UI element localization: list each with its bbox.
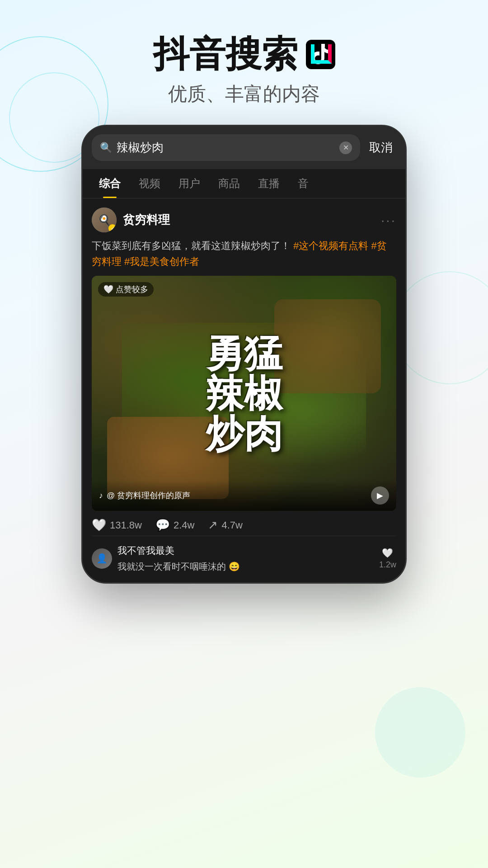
comments-stat[interactable]: 💬 2.4w <box>155 518 194 532</box>
more-options-icon[interactable]: ··· <box>381 212 396 228</box>
like-badge-text: 点赞较多 <box>116 284 148 295</box>
heart-icon: 🤍 <box>103 284 113 294</box>
cancel-button[interactable]: 取消 <box>366 140 396 156</box>
search-input-area[interactable]: 🔍 辣椒炒肉 ✕ <box>92 134 360 161</box>
phone-mockup: 🔍 辣椒炒肉 ✕ 取消 综合 视频 用户 商品 直播 音 <box>81 125 407 584</box>
video-overlay-text-line1: 勇猛 <box>206 333 282 373</box>
likes-stat[interactable]: 🤍 131.8w <box>92 518 142 532</box>
comment-content: 我就没一次看时不咽唾沫的 😄 <box>117 560 374 573</box>
post-stats-row: 🤍 131.8w 💬 2.4w ↗ 4.7w <box>92 511 396 536</box>
heart-comment-icon: 🤍 <box>382 547 393 558</box>
tab-product[interactable]: 商品 <box>209 169 249 198</box>
video-overlay-text-line3: 炒肉 <box>206 414 282 454</box>
comment-preview: 👤 我不管我最美 我就没一次看时不咽唾沫的 😄 🤍 1.2w <box>92 536 396 573</box>
avatar: 🍳 ✓ <box>92 208 117 232</box>
likes-count: 131.8w <box>110 519 142 531</box>
verified-badge: ✓ <box>108 224 117 232</box>
post-text-normal: 下饭菜到底有多凶猛，就看这道辣椒炒肉了！ <box>92 240 291 251</box>
audio-info: ♪ @ 贫穷料理创作的原声 <box>99 490 190 501</box>
search-query-text: 辣椒炒肉 <box>117 140 335 156</box>
video-content-area: 勇猛 辣椒 炒肉 <box>92 276 396 511</box>
commenter-avatar: 👤 <box>92 548 112 569</box>
play-button[interactable]: ▶ <box>371 486 389 505</box>
video-text-overlay: 勇猛 辣椒 炒肉 <box>92 276 396 511</box>
phone-mockup-wrapper: 🔍 辣椒炒肉 ✕ 取消 综合 视频 用户 商品 直播 音 <box>0 125 488 584</box>
video-bottom-bar: ♪ @ 贫穷料理创作的原声 ▶ <box>92 480 396 511</box>
tab-comprehensive[interactable]: 综合 <box>90 169 130 198</box>
tab-live[interactable]: 直播 <box>249 169 289 198</box>
comment-username: 我不管我最美 <box>117 543 374 558</box>
shares-count: 4.7w <box>221 519 242 531</box>
bg-blob <box>375 687 465 778</box>
video-overlay-text-line2: 辣椒 <box>206 373 282 414</box>
clear-search-button[interactable]: ✕ <box>339 142 352 154</box>
search-icon: 🔍 <box>100 142 112 154</box>
header: 抖音搜索 优质、丰富的内容 <box>0 0 488 125</box>
subtitle-text: 优质、丰富的内容 <box>0 81 488 107</box>
tab-audio[interactable]: 音 <box>289 169 318 198</box>
video-thumbnail[interactable]: 🤍 点赞较多 勇猛 <box>92 276 396 511</box>
main-title-container: 抖音搜索 <box>0 36 488 72</box>
tiktok-icon: ♪ <box>99 491 103 500</box>
comments-count: 2.4w <box>174 519 194 531</box>
tab-video[interactable]: 视频 <box>130 169 169 198</box>
post-text: 下饭菜到底有多凶猛，就看这道辣椒炒肉了！ #这个视频有点料 #贫穷料理 #我是美… <box>92 238 396 269</box>
tab-user[interactable]: 用户 <box>169 169 209 198</box>
main-title-text: 抖音搜索 <box>153 36 298 72</box>
username-label: 贫穷料理 <box>123 212 381 228</box>
audio-text: @ 贫穷料理创作的原声 <box>107 490 190 501</box>
commenter-avatar-icon: 👤 <box>96 553 108 564</box>
post-author-card: 🍳 ✓ 贫穷料理 ··· <box>92 208 396 232</box>
heart-stat-icon: 🤍 <box>92 518 106 532</box>
share-stat-icon: ↗ <box>208 518 218 532</box>
tiktok-logo-icon <box>306 40 335 69</box>
search-bar: 🔍 辣椒炒肉 ✕ 取消 <box>83 126 405 169</box>
search-results-content: 🍳 ✓ 贫穷料理 ··· 下饭菜到底有多凶猛，就看这道辣椒炒肉了！ #这个视频有… <box>83 198 405 582</box>
like-badge: 🤍 点赞较多 <box>98 282 154 297</box>
shares-stat[interactable]: ↗ 4.7w <box>208 518 242 532</box>
search-tabs: 综合 视频 用户 商品 直播 音 <box>83 169 405 198</box>
comment-stat-icon: 💬 <box>155 518 170 532</box>
comment-likes-count: 1.2w <box>379 560 396 570</box>
comment-likes: 🤍 1.2w <box>379 547 396 570</box>
